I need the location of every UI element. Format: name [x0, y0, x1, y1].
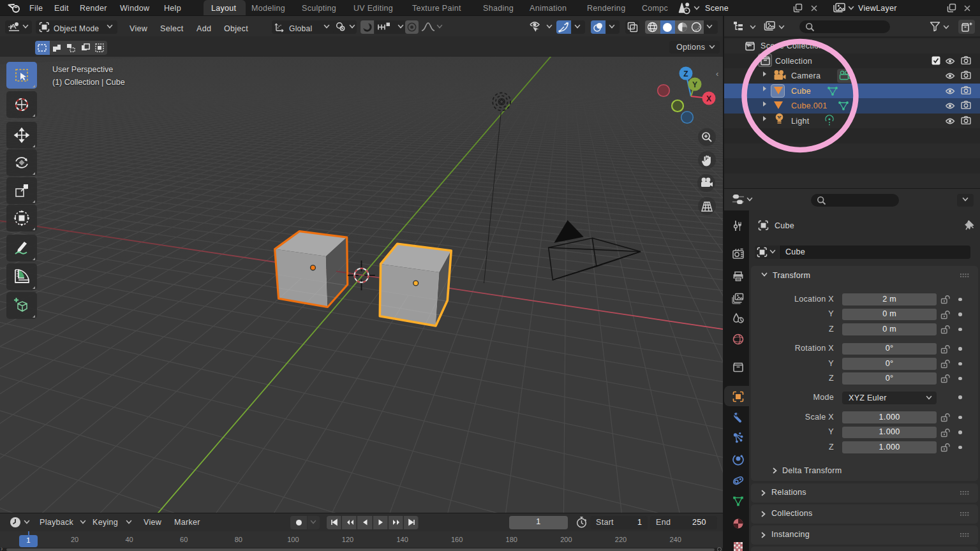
svg-text:Y: Y — [692, 80, 697, 89]
svg-text:X: X — [706, 94, 711, 103]
svg-text:Z: Z — [683, 70, 688, 78]
